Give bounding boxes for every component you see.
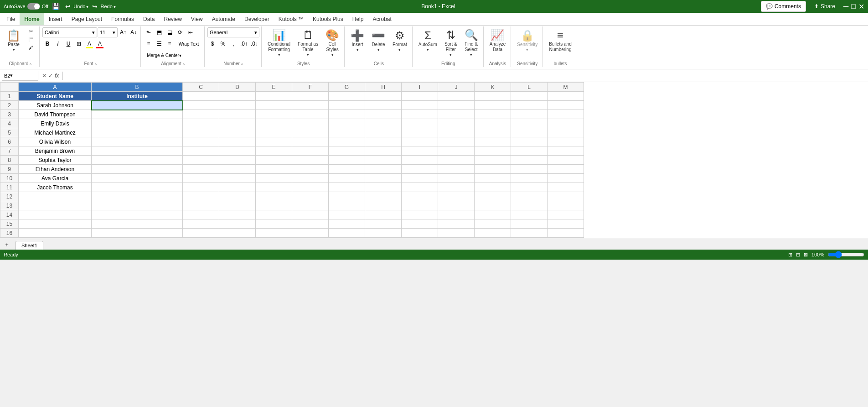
analyze-data-button[interactable]: 📈 AnalyzeData bbox=[486, 27, 509, 55]
cell-l10[interactable] bbox=[511, 174, 548, 183]
cell-i9[interactable] bbox=[402, 165, 438, 174]
row-num-9[interactable]: 9 bbox=[0, 165, 19, 174]
cell-c10[interactable] bbox=[183, 174, 219, 183]
cell-c8[interactable] bbox=[183, 156, 219, 165]
cell-h8[interactable] bbox=[365, 156, 402, 165]
cell-b4[interactable] bbox=[92, 119, 183, 128]
cell-k3[interactable] bbox=[475, 110, 511, 119]
cell-l11[interactable] bbox=[511, 183, 548, 192]
cell-c3[interactable] bbox=[183, 110, 219, 119]
increase-decimal-button[interactable]: .0↑ bbox=[239, 39, 249, 49]
cell-g7[interactable] bbox=[329, 146, 365, 156]
cell-h2[interactable] bbox=[365, 101, 402, 110]
cell-i3[interactable] bbox=[402, 110, 438, 119]
autosave-toggle[interactable] bbox=[27, 3, 40, 10]
col-header-a[interactable]: A bbox=[19, 83, 92, 92]
underline-button[interactable]: U bbox=[63, 39, 73, 49]
cell-c5[interactable] bbox=[183, 128, 219, 137]
format-cells-button[interactable]: ⚙ Format ▾ bbox=[389, 27, 410, 55]
confirm-formula-icon[interactable]: ✓ bbox=[48, 73, 53, 79]
cell-a10[interactable]: Ava Garcia bbox=[19, 174, 92, 183]
menu-kutools[interactable]: Kutools ™ bbox=[274, 13, 308, 25]
col-header-i[interactable]: I bbox=[402, 83, 438, 92]
cell-f4[interactable] bbox=[292, 119, 329, 128]
page-layout-view-button[interactable]: ⊟ bbox=[796, 252, 800, 258]
cell-a5[interactable]: Michael Martinez bbox=[19, 128, 92, 137]
col-header-c[interactable]: C bbox=[183, 83, 219, 92]
cell-a3[interactable]: David Thompson bbox=[19, 110, 92, 119]
cell-i7[interactable] bbox=[402, 146, 438, 156]
cell-d6[interactable] bbox=[219, 137, 256, 146]
cell-h10[interactable] bbox=[365, 174, 402, 183]
cell-m10[interactable] bbox=[548, 174, 584, 183]
menu-automate[interactable]: Automate bbox=[207, 13, 240, 25]
cell-f2[interactable] bbox=[292, 101, 329, 110]
menu-kutools-plus[interactable]: Kutools Plus bbox=[308, 13, 348, 25]
menu-help[interactable]: Help bbox=[348, 13, 368, 25]
cell-e9[interactable] bbox=[256, 165, 292, 174]
cell-g11[interactable] bbox=[329, 183, 365, 192]
row-num-12[interactable]: 12 bbox=[0, 192, 19, 201]
cell-l1[interactable] bbox=[511, 92, 548, 101]
cell-m9[interactable] bbox=[548, 165, 584, 174]
row-num-2[interactable]: 2 bbox=[0, 101, 19, 110]
italic-button[interactable]: I bbox=[53, 39, 63, 49]
cell-h5[interactable] bbox=[365, 128, 402, 137]
cell-g10[interactable] bbox=[329, 174, 365, 183]
cell-a12[interactable] bbox=[19, 192, 92, 201]
cell-a2[interactable]: Sarah Johnson bbox=[19, 101, 92, 110]
row-num-14[interactable]: 14 bbox=[0, 210, 19, 219]
cell-j1[interactable] bbox=[438, 92, 475, 101]
cell-a4[interactable]: Emily Davis bbox=[19, 119, 92, 128]
number-expand-icon[interactable]: ⬦ bbox=[241, 61, 243, 66]
menu-home[interactable]: Home bbox=[20, 13, 44, 25]
cell-k6[interactable] bbox=[475, 137, 511, 146]
col-header-j[interactable]: J bbox=[438, 83, 475, 92]
undo-button[interactable]: ↩ bbox=[63, 2, 72, 11]
maximize-button[interactable]: □ bbox=[851, 2, 856, 10]
col-header-d[interactable]: D bbox=[219, 83, 256, 92]
cell-g2[interactable] bbox=[329, 101, 365, 110]
align-right-button[interactable]: ≡ bbox=[165, 39, 175, 49]
cell-l5[interactable] bbox=[511, 128, 548, 137]
row-num-4[interactable]: 4 bbox=[0, 119, 19, 128]
menu-formulas[interactable]: Formulas bbox=[107, 13, 139, 25]
cell-c4[interactable] bbox=[183, 119, 219, 128]
cell-b7[interactable] bbox=[92, 146, 183, 156]
row-num-7[interactable]: 7 bbox=[0, 146, 19, 156]
row-num-1[interactable]: 1 bbox=[0, 92, 19, 101]
page-break-view-button[interactable]: ⊠ bbox=[804, 252, 808, 258]
cell-i10[interactable] bbox=[402, 174, 438, 183]
cell-b10[interactable] bbox=[92, 174, 183, 183]
cell-c2[interactable] bbox=[183, 101, 219, 110]
row-num-16[interactable]: 16 bbox=[0, 229, 19, 238]
indent-decrease-button[interactable]: ⇤ bbox=[186, 27, 196, 37]
row-num-6[interactable]: 6 bbox=[0, 137, 19, 146]
percent-button[interactable]: % bbox=[218, 39, 228, 49]
cell-l8[interactable] bbox=[511, 156, 548, 165]
cell-c6[interactable] bbox=[183, 137, 219, 146]
cell-h4[interactable] bbox=[365, 119, 402, 128]
cell-a8[interactable]: Sophia Taylor bbox=[19, 156, 92, 165]
sheet-tab-sheet1[interactable]: Sheet1 bbox=[16, 241, 43, 250]
cell-l6[interactable] bbox=[511, 137, 548, 146]
row-num-5[interactable]: 5 bbox=[0, 128, 19, 137]
formula-input[interactable] bbox=[65, 71, 866, 81]
col-header-m[interactable]: M bbox=[548, 83, 584, 92]
cell-i2[interactable] bbox=[402, 101, 438, 110]
cell-j10[interactable] bbox=[438, 174, 475, 183]
align-top-left-button[interactable]: ⬑ bbox=[144, 27, 154, 37]
cell-d7[interactable] bbox=[219, 146, 256, 156]
accounting-button[interactable]: $ bbox=[207, 39, 217, 49]
font-increase-button[interactable]: A↑ bbox=[118, 27, 128, 37]
format-as-table-button[interactable]: 🗒 Format asTable ▾ bbox=[294, 27, 321, 59]
cell-g3[interactable] bbox=[329, 110, 365, 119]
row-num-13[interactable]: 13 bbox=[0, 201, 19, 210]
insert-function-icon[interactable]: fx bbox=[55, 73, 59, 79]
cell-e7[interactable] bbox=[256, 146, 292, 156]
cell-b6[interactable] bbox=[92, 137, 183, 146]
cell-c9[interactable] bbox=[183, 165, 219, 174]
col-header-e[interactable]: E bbox=[256, 83, 292, 92]
orientation-button[interactable]: ⟳ bbox=[175, 27, 185, 37]
borders-button[interactable]: ⊞ bbox=[74, 39, 84, 49]
